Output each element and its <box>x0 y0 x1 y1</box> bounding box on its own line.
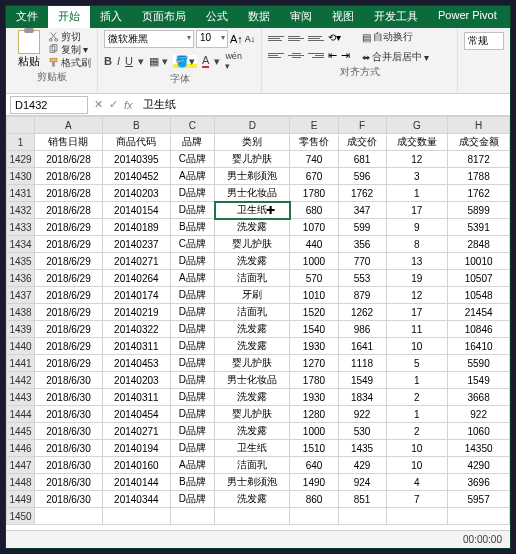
header-cell[interactable]: 零售价 <box>290 134 338 151</box>
cell[interactable]: 553 <box>338 270 386 287</box>
cell[interactable]: 1549 <box>448 372 510 389</box>
row-header[interactable]: 1443 <box>7 389 35 406</box>
cell[interactable]: 2 <box>386 389 448 406</box>
cell[interactable]: 5899 <box>448 202 510 219</box>
cell[interactable]: D品牌 <box>170 202 214 219</box>
cell[interactable]: 1780 <box>290 185 338 202</box>
cell[interactable]: 4290 <box>448 457 510 474</box>
row-header[interactable]: 1444 <box>7 406 35 423</box>
cell[interactable]: D品牌 <box>170 440 214 457</box>
cell[interactable]: 2018/6/29 <box>35 355 103 372</box>
cell[interactable]: 男士化妆品 <box>215 185 290 202</box>
tab-文件[interactable]: 文件 <box>6 6 48 28</box>
cell[interactable]: 2018/6/30 <box>35 440 103 457</box>
cell[interactable]: 680 <box>290 202 338 219</box>
bold-button[interactable]: B <box>104 55 112 67</box>
copy-button[interactable]: 复制 ▾ <box>48 43 91 56</box>
cell[interactable]: 1 <box>386 372 448 389</box>
col-header[interactable]: F <box>338 117 386 134</box>
cell[interactable]: 5391 <box>448 219 510 236</box>
cell[interactable]: 851 <box>338 491 386 508</box>
cell[interactable]: A品牌 <box>170 168 214 185</box>
cell[interactable]: 卫生纸 <box>215 440 290 457</box>
increase-font-icon[interactable]: A↑ <box>230 33 243 45</box>
header-cell[interactable]: 类别 <box>215 134 290 151</box>
cell[interactable]: 10 <box>386 457 448 474</box>
cell[interactable]: B品牌 <box>170 219 214 236</box>
cell[interactable]: 20140311 <box>102 338 170 355</box>
increase-indent-icon[interactable]: ⇥ <box>341 49 350 63</box>
row-header[interactable]: 1434 <box>7 236 35 253</box>
cell[interactable]: 922 <box>338 406 386 423</box>
fill-color-button[interactable]: 🪣▾ <box>173 55 197 68</box>
cell[interactable]: D品牌 <box>170 423 214 440</box>
cell[interactable]: 922 <box>448 406 510 423</box>
cell[interactable]: 740 <box>290 151 338 168</box>
cell[interactable]: 1641 <box>338 338 386 355</box>
cell[interactable]: 440 <box>290 236 338 253</box>
cell[interactable]: 2018/6/30 <box>35 474 103 491</box>
paste-button[interactable]: 粘贴 <box>12 30 46 69</box>
decrease-font-icon[interactable]: A↓ <box>245 34 256 44</box>
cell[interactable]: 洗发露 <box>215 253 290 270</box>
cell[interactable]: 5 <box>386 355 448 372</box>
row-header[interactable]: 1 <box>7 134 35 151</box>
cell[interactable]: 婴儿护肤 <box>215 236 290 253</box>
col-header[interactable]: E <box>290 117 338 134</box>
cell[interactable]: 1762 <box>338 185 386 202</box>
phonetic-button[interactable]: wén▾ <box>225 51 242 71</box>
cell[interactable]: 20140453 <box>102 355 170 372</box>
cell[interactable]: 男士化妆品 <box>215 372 290 389</box>
cell[interactable]: 1930 <box>290 389 338 406</box>
align-center-icon[interactable] <box>288 49 304 63</box>
row-header[interactable]: 1448 <box>7 474 35 491</box>
header-cell[interactable]: 成交数量 <box>386 134 448 151</box>
tab-视图[interactable]: 视图 <box>322 6 364 28</box>
cell[interactable]: 10846 <box>448 321 510 338</box>
cell[interactable]: 20140189 <box>102 219 170 236</box>
cell[interactable]: A品牌 <box>170 457 214 474</box>
row-header[interactable]: 1446 <box>7 440 35 457</box>
cell[interactable]: 599 <box>338 219 386 236</box>
cell[interactable]: 1549 <box>338 372 386 389</box>
row-header[interactable]: 1449 <box>7 491 35 508</box>
cell[interactable]: 卫生纸✚ <box>215 202 290 219</box>
cell[interactable]: 14350 <box>448 440 510 457</box>
cell[interactable]: D品牌 <box>170 253 214 270</box>
row-header[interactable]: 1439 <box>7 321 35 338</box>
cell[interactable] <box>338 508 386 525</box>
cell[interactable]: 21454 <box>448 304 510 321</box>
cell[interactable]: 洗发露 <box>215 321 290 338</box>
tab-公式[interactable]: 公式 <box>196 6 238 28</box>
row-header[interactable]: 1450 <box>7 508 35 525</box>
cell[interactable] <box>386 508 448 525</box>
orientation-button[interactable]: ⟲▾ <box>328 32 341 46</box>
cell[interactable]: 洁面乳 <box>215 304 290 321</box>
cell[interactable]: 19 <box>386 270 448 287</box>
cell[interactable]: 20140452 <box>102 168 170 185</box>
cell[interactable]: C品牌 <box>170 236 214 253</box>
cell[interactable]: 347 <box>338 202 386 219</box>
row-header[interactable]: 1442 <box>7 372 35 389</box>
cell[interactable]: 20140271 <box>102 423 170 440</box>
cell[interactable]: 1000 <box>290 253 338 270</box>
worksheet-grid[interactable]: ABCDEFGH1销售日期商品代码品牌类别零售价成交价成交数量成交金额14292… <box>6 116 510 530</box>
row-header[interactable]: 1433 <box>7 219 35 236</box>
cell[interactable]: 2018/6/30 <box>35 372 103 389</box>
cell[interactable]: 1070 <box>290 219 338 236</box>
cell[interactable]: 20140264 <box>102 270 170 287</box>
cell[interactable]: 洗发露 <box>215 338 290 355</box>
col-header[interactable]: G <box>386 117 448 134</box>
cell[interactable]: D品牌 <box>170 338 214 355</box>
cell[interactable]: 2018/6/30 <box>35 406 103 423</box>
cell[interactable]: 洁面乳 <box>215 457 290 474</box>
cell[interactable]: 2018/6/30 <box>35 491 103 508</box>
cell[interactable]: 16410 <box>448 338 510 355</box>
name-box[interactable]: D1432 <box>10 96 88 114</box>
col-header[interactable]: D <box>215 117 290 134</box>
cell[interactable]: 12 <box>386 287 448 304</box>
enter-icon[interactable]: ✓ <box>109 98 118 111</box>
row-header[interactable]: 1447 <box>7 457 35 474</box>
tab-插入[interactable]: 插入 <box>90 6 132 28</box>
cell[interactable]: 1520 <box>290 304 338 321</box>
